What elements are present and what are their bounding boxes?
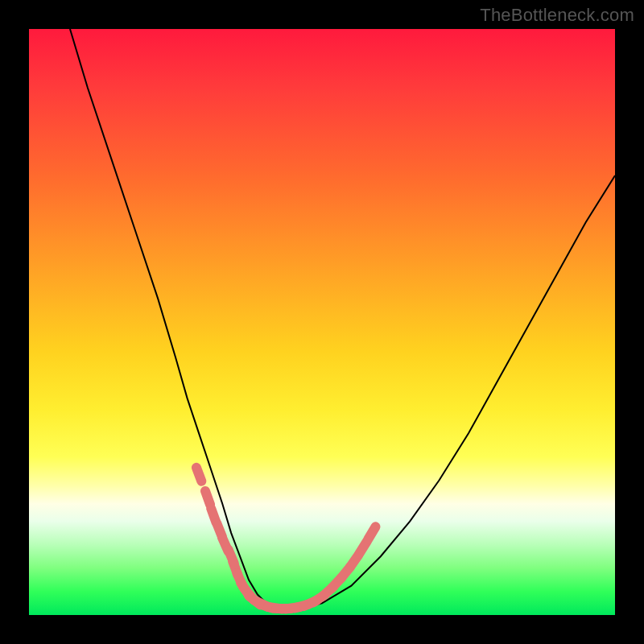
marker-capsule (196, 468, 201, 481)
marker-capsule (368, 526, 375, 539)
watermark-text: TheBottleneck.com (480, 5, 634, 26)
marker-capsule (205, 491, 210, 505)
outer-frame: TheBottleneck.com (0, 0, 644, 644)
bottleneck-curve (70, 29, 615, 609)
chart-svg (29, 29, 615, 615)
plot-area (29, 29, 615, 615)
